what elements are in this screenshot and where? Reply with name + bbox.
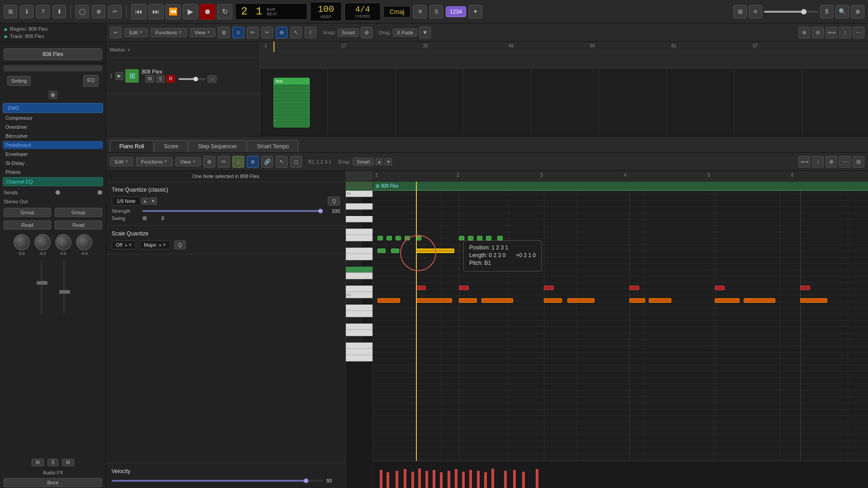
read-button2[interactable]: Read: [55, 221, 102, 230]
note-hihat-cont-5[interactable]: [497, 236, 503, 240]
pr-more-btn[interactable]: ⋯: [839, 156, 851, 168]
note-snare-3[interactable]: [544, 286, 554, 290]
group-button2[interactable]: Group: [55, 208, 102, 217]
star-btn[interactable]: ✦: [469, 5, 482, 19]
grid-btn[interactable]: ⊞: [218, 27, 230, 38]
scale-major-select[interactable]: Major ▲▼: [140, 240, 170, 249]
snap-options-btn[interactable]: ⊕: [361, 27, 373, 38]
note-hihat-cont-2[interactable]: [468, 236, 473, 240]
master-volume-slider[interactable]: [764, 11, 818, 13]
note-cowbell-1[interactable]: [377, 249, 386, 253]
solo-arrange-btn[interactable]: S: [156, 75, 165, 83]
search-btn[interactable]: 🔍: [835, 5, 849, 19]
arrange-track-area[interactable]: 808: [260, 69, 868, 136]
piano-roll-grid[interactable]: ⊞ 808 Flex: [373, 182, 868, 461]
fader1-handle[interactable]: [37, 281, 47, 285]
piano-key-tamb[interactable]: [346, 229, 373, 235]
goto-start-btn[interactable]: ⏪: [165, 4, 181, 19]
signature-display[interactable]: 4/4 CHORD: [344, 3, 381, 21]
scale-q-btn[interactable]: Q: [174, 240, 186, 249]
group-button[interactable]: Group: [4, 208, 51, 217]
piano-key-tommid[interactable]: C1: [346, 292, 373, 298]
knob4[interactable]: [76, 234, 92, 250]
piano-key-black5[interactable]: [346, 260, 362, 267]
bounce-button[interactable]: Bnce: [4, 478, 102, 487]
tempo-display[interactable]: 100 KEEP: [310, 2, 342, 21]
strength-slider[interactable]: [142, 210, 323, 212]
edit-tools-btn[interactable]: ⊕: [92, 5, 105, 19]
rewind-btn[interactable]: ⏮: [131, 4, 146, 19]
knob-mini[interactable]: ○: [208, 75, 217, 83]
pr-snap-down[interactable]: ▼: [385, 158, 392, 165]
knob1[interactable]: [14, 234, 30, 250]
pr-functions-btn[interactable]: Functions ▼: [136, 157, 173, 166]
note-hihat-cont-4[interactable]: [486, 236, 491, 240]
help-btn[interactable]: ?: [36, 5, 50, 19]
swing-dot[interactable]: [142, 216, 147, 221]
piano-key-snare1[interactable]: [346, 343, 373, 349]
pr-note-btn[interactable]: ♩: [232, 156, 244, 168]
piano-key-snare3[interactable]: [346, 203, 373, 210]
fit-btn[interactable]: ⟺: [826, 27, 837, 38]
fader2-track[interactable]: [63, 260, 65, 314]
piano-key-black8[interactable]: [346, 317, 362, 324]
marker-add-btn[interactable]: +: [127, 47, 130, 52]
note-hihat-4[interactable]: [405, 236, 410, 240]
velocity-slider[interactable]: [112, 480, 323, 482]
view-btn[interactable]: View ▼: [190, 28, 216, 37]
overdrive-plugin[interactable]: Overdrive: [3, 123, 103, 131]
pr-snap-value[interactable]: Smart: [353, 158, 374, 166]
pr-eraser-btn[interactable]: ◻: [290, 156, 302, 168]
cycle-btn[interactable]: ↻: [217, 4, 232, 19]
pedalboard-plugin[interactable]: Pedalboard: [3, 141, 103, 149]
scale-off-select[interactable]: Off ▲▼: [112, 240, 136, 249]
quantize-up-btn[interactable]: ▲: [142, 197, 149, 205]
mute-arrange-btn[interactable]: M: [145, 75, 154, 83]
note-snare-6[interactable]: [800, 286, 810, 290]
snap-value[interactable]: Smart: [338, 28, 359, 37]
pr-last-btn[interactable]: ⊞: [853, 156, 864, 168]
piano-key-black7[interactable]: [346, 298, 362, 305]
track-play-btn[interactable]: ▶: [115, 72, 123, 80]
note-hihat-cont-3[interactable]: [477, 236, 482, 240]
metronome-btn[interactable]: ◯: [75, 5, 89, 19]
pr-zoom-btn[interactable]: ⊕: [826, 156, 837, 168]
note-hihat-cont-1[interactable]: [459, 236, 464, 240]
close-display-btn[interactable]: ✕: [413, 5, 427, 19]
piano-key-clap[interactable]: [346, 330, 373, 336]
solo-btn-left[interactable]: S: [47, 459, 59, 466]
pr-link-btn[interactable]: 🔗: [261, 156, 273, 168]
fader1-track[interactable]: [41, 260, 42, 314]
align-btn[interactable]: ↕: [839, 27, 851, 38]
piano-key-black2[interactable]: [346, 210, 362, 216]
note-kick-8[interactable]: [649, 298, 671, 303]
mixer-btn[interactable]: 🎚: [820, 5, 834, 19]
channel-eq-plugin[interactable]: Channel EQ: [3, 177, 103, 186]
functions-btn[interactable]: Functions ▼: [151, 28, 187, 37]
ptverb-plugin[interactable]: PtVerb: [3, 168, 103, 176]
grid-view-btn[interactable]: ⊞: [733, 5, 747, 19]
fade-btn[interactable]: ⌇: [305, 27, 316, 38]
piano-key-snare2[interactable]: [346, 324, 373, 330]
pr-view-btn[interactable]: View ▼: [175, 157, 201, 166]
pr-snap-up[interactable]: ▲: [376, 158, 383, 165]
bitcrusher-plugin[interactable]: Bitcrusher: [3, 132, 103, 140]
edit-btn[interactable]: Edit ▼: [124, 28, 148, 37]
knob3[interactable]: [55, 234, 71, 250]
piano-key-black6[interactable]: [346, 279, 362, 286]
drag-value[interactable]: X-Fade: [393, 28, 417, 37]
link-icon[interactable]: ⊕: [48, 90, 57, 99]
pr-edit-btn[interactable]: Edit ▼: [110, 157, 133, 166]
piano-key-cowbell[interactable]: [346, 254, 373, 260]
s-btn[interactable]: S: [429, 5, 443, 19]
note-snare-5[interactable]: [715, 286, 725, 290]
read-button[interactable]: Read: [4, 221, 51, 230]
note-selected[interactable]: [416, 249, 454, 253]
piano-key-kick[interactable]: [346, 355, 373, 361]
note-kick-7[interactable]: [629, 298, 645, 303]
lcd-btn[interactable]: 1234: [446, 6, 466, 17]
note-hihat-1[interactable]: [377, 236, 383, 240]
dmd-button[interactable]: DMD: [3, 103, 103, 113]
pr-zoom-h-btn[interactable]: ↕: [812, 156, 824, 168]
note-kick-9[interactable]: [715, 298, 740, 303]
